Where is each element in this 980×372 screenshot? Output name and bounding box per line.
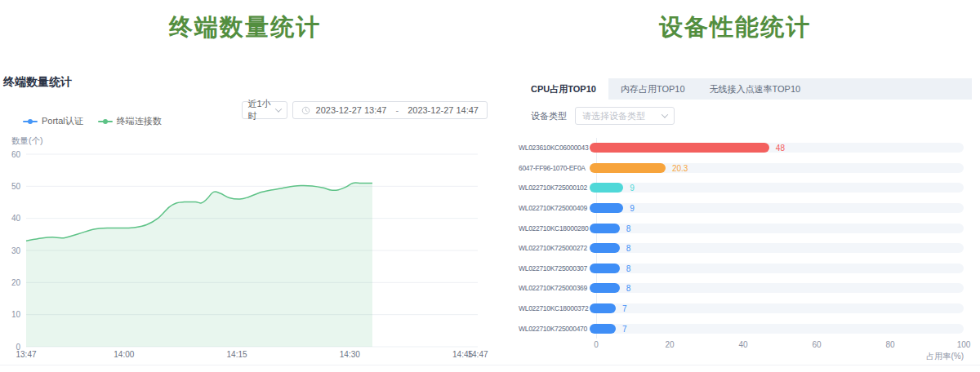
bar-row-3: WL022710K7250004099	[519, 198, 964, 219]
legend-marker-icon	[98, 119, 113, 124]
bar-label: WL022710K725000102	[519, 184, 590, 192]
tab-1[interactable]: 内存占用TOP10	[608, 78, 697, 100]
date-range-picker[interactable]: 2023-12-27 13:47 - 2023-12-27 14:47	[292, 101, 488, 119]
y-tick-label: 20	[11, 278, 21, 287]
tab-bar: CPU占用TOP10内存占用TOP10无线接入点速率TOP10	[519, 78, 972, 100]
x-tick-label: 60	[804, 340, 829, 349]
date-end: 2023-12-27 14:47	[408, 105, 479, 115]
x-tick-label: 80	[878, 340, 902, 349]
bar-value: 9	[630, 204, 635, 213]
bar-fill	[590, 264, 620, 273]
x-axis-title: 占用率(%)	[519, 351, 964, 362]
x-tick-label: 100	[951, 340, 976, 349]
bar-row-1: 6047-FF96-1070-EF0A20.3	[519, 158, 964, 179]
y-tick-label: 30	[11, 246, 21, 255]
bar-label: WL023610KC06000043	[519, 144, 590, 152]
page-title-terminal: 终端数量统计	[0, 11, 490, 44]
bar-label: WL022710K725000369	[519, 284, 590, 292]
legend-item-1[interactable]: 终端连接数	[98, 115, 162, 127]
bar-track: 7	[590, 324, 964, 334]
bar-fill	[590, 183, 623, 193]
bar-fill	[590, 303, 616, 313]
x-tick-label: 14:30	[340, 350, 360, 359]
bar-fill	[590, 243, 620, 253]
terminal-stats-panel: 终端数量统计 终端数量统计 近1小时 2023-12-27 13:47 - 20…	[0, 0, 490, 372]
legend-marker-icon	[23, 119, 38, 124]
device-type-placeholder: 请选择设备类型	[582, 110, 645, 122]
series-area	[26, 183, 372, 347]
bar-chart: WL023610KC06000043486047-FF96-1070-EF0A2…	[519, 138, 964, 339]
chart-controls: 近1小时 2023-12-27 13:47 - 2023-12-27 14:47	[242, 101, 488, 119]
bar-track: 8	[590, 264, 964, 273]
bar-track: 8	[590, 243, 964, 253]
chevron-down-icon	[274, 105, 281, 112]
bar-fill	[590, 163, 666, 173]
bar-track: 9	[590, 183, 964, 193]
bar-x-ticks: 020406080100	[519, 340, 964, 350]
page-title-device: 设备性能统计	[490, 11, 980, 44]
bar-value: 9	[630, 184, 635, 193]
x-tick-label: 40	[731, 340, 755, 349]
legend-item-0[interactable]: Portal认证	[23, 115, 83, 127]
bar-track: 20.3	[590, 163, 964, 173]
bar-label: WL022710K725000470	[519, 325, 590, 333]
bar-fill	[590, 224, 620, 233]
x-tick-label: 20	[657, 340, 682, 349]
chevron-down-icon	[662, 111, 668, 117]
y-tick-label: 50	[11, 182, 21, 191]
bar-track: 7	[590, 303, 964, 313]
bar-fill	[590, 143, 769, 153]
bar-row-8: WL022710KC180003727	[519, 299, 964, 319]
bottom-divider	[0, 365, 980, 365]
bar-track: 8	[590, 283, 964, 293]
bar-value: 7	[622, 324, 627, 333]
bar-row-0: WL023610KC0600004348	[519, 138, 964, 158]
bar-track: 48	[590, 143, 964, 153]
date-separator: -	[392, 105, 402, 115]
bar-row-5: WL022710K7250002728	[519, 238, 964, 259]
x-tick-label: 0	[584, 340, 608, 349]
bar-fill	[590, 283, 620, 293]
bar-value: 7	[622, 304, 627, 313]
bar-row-4: WL022710KC180002808	[519, 218, 964, 238]
bar-label: WL022710K725000409	[519, 204, 590, 212]
bar-label: WL022710K725000307	[519, 264, 590, 272]
bar-fill	[590, 203, 623, 213]
tab-0[interactable]: CPU占用TOP10	[519, 78, 608, 100]
time-range-select[interactable]: 近1小时	[242, 101, 287, 119]
bar-row-9: WL022710K7250004707	[519, 318, 964, 339]
bar-row-6: WL022710K7250003078	[519, 259, 964, 279]
bar-value: 8	[626, 224, 631, 232]
device-perf-panel: 设备性能统计 CPU占用TOP10内存占用TOP10无线接入点速率TOP10 设…	[490, 0, 980, 372]
x-tick-label: 14:47	[467, 350, 488, 359]
bar-track: 9	[590, 203, 964, 213]
y-tick-label: 40	[11, 214, 21, 223]
dashboard: 终端数量统计 终端数量统计 近1小时 2023-12-27 13:47 - 20…	[0, 0, 980, 372]
device-type-label: 设备类型	[531, 110, 567, 122]
x-tick-label: 14:15	[227, 350, 247, 359]
bar-label: 6047-FF96-1070-EF0A	[519, 164, 590, 172]
bar-row-7: WL022710K7250003698	[519, 278, 964, 299]
terminal-line-chart: 010203040506013:4714:0014:1514:3014:4514…	[0, 147, 490, 367]
bar-value: 48	[776, 144, 785, 153]
y-tick-label: 10	[11, 310, 21, 319]
legend-label: 终端连接数	[117, 115, 162, 127]
device-type-filter: 设备类型 请选择设备类型	[531, 107, 675, 125]
date-start: 2023-12-27 13:47	[316, 105, 387, 115]
clock-icon	[301, 106, 310, 115]
bar-label: WL022710K725000272	[519, 244, 590, 252]
x-tick-label: 14:00	[114, 350, 134, 359]
bar-track: 8	[590, 224, 964, 233]
y-tick-label: 60	[11, 150, 21, 159]
bar-label: WL022710KC18000372	[519, 304, 590, 312]
device-type-select[interactable]: 请选择设备类型	[575, 107, 675, 125]
tab-2[interactable]: 无线接入点速率TOP10	[697, 78, 813, 100]
bar-value: 8	[626, 244, 631, 253]
x-tick-label: 13:47	[16, 350, 36, 359]
legend: Portal认证终端连接数	[23, 115, 162, 127]
bar-value: 8	[626, 264, 631, 272]
card-title-terminal: 终端数量统计	[3, 75, 72, 90]
bar-value: 8	[626, 284, 631, 293]
bar-value: 20.3	[672, 163, 688, 172]
time-range-value: 近1小时	[248, 98, 276, 122]
